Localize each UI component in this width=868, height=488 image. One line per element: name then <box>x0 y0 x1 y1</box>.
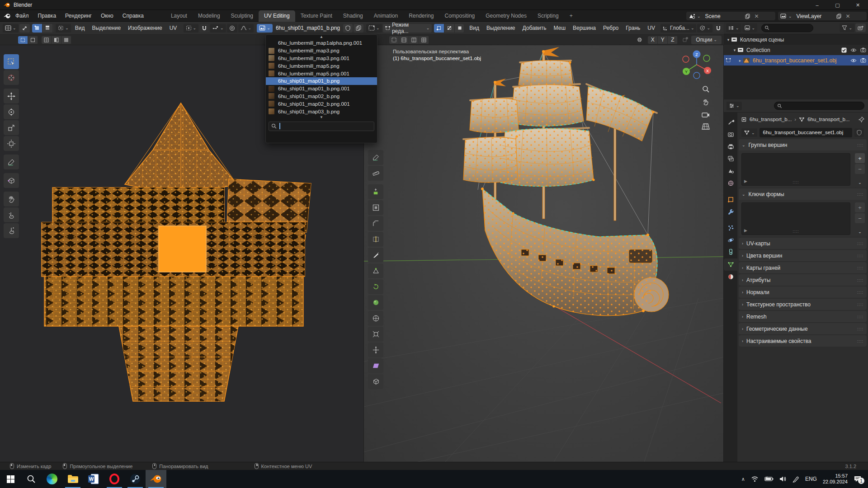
vp-menu-select[interactable]: Выделение <box>483 25 519 31</box>
outliner-search-box[interactable] <box>761 24 813 32</box>
tool-rotate[interactable] <box>4 104 19 119</box>
uv-select-face-button[interactable] <box>53 24 54 33</box>
vp-tool-knife[interactable] <box>368 248 383 263</box>
tab-constraints-icon[interactable] <box>724 246 737 258</box>
vp-menu-mesh[interactable]: Меш <box>550 25 569 31</box>
uv-sync-toggle-icon[interactable] <box>19 24 30 33</box>
vp-tool-smooth[interactable] <box>368 295 383 310</box>
shape-key-add-button[interactable]: + <box>855 202 865 212</box>
viewport-camera-icon[interactable] <box>702 111 710 118</box>
battery-icon[interactable] <box>764 476 774 482</box>
tab-uv-editing[interactable]: UV Editing <box>259 10 295 22</box>
pivot-point-dropdown[interactable]: ⌄ <box>697 24 712 33</box>
mesh-datablock-name[interactable]: 6hu_transport_buccaneer_set1.obj <box>760 128 852 137</box>
menu-help[interactable]: Справка <box>118 10 148 22</box>
uv-editor-type-icon[interactable]: ⌄ <box>3 24 19 33</box>
vp-menu-face[interactable]: Грань <box>622 25 644 31</box>
vp-tool-rip-region[interactable] <box>368 374 383 389</box>
taskbar-clock[interactable]: 15:57 22.09.2024 <box>823 473 848 485</box>
scene-type-icon[interactable]: ⌄ <box>686 12 703 20</box>
snap-verts-icon[interactable] <box>680 36 690 44</box>
mirror-y-button[interactable]: Y <box>658 36 668 44</box>
image-list-item[interactable]: 6hu_ship01_map03_b.png <box>266 108 377 115</box>
uv-tool-toggle-1[interactable] <box>18 36 28 44</box>
tab-particles-icon[interactable] <box>724 222 737 234</box>
browse-image-button[interactable]: ⌄ <box>257 24 273 33</box>
image-list-item[interactable]: 6hu_lumbermill_map1alpha.png.001 <box>266 39 377 47</box>
mirror-icon[interactable] <box>634 36 646 44</box>
uv-overlay-toggle-2[interactable] <box>52 36 61 44</box>
shape-key-specials-button[interactable]: ⌄ <box>855 227 865 237</box>
tab-rendering[interactable]: Rendering <box>403 10 439 22</box>
taskbar-edge-icon[interactable] <box>42 470 62 488</box>
tool-move[interactable] <box>4 89 19 103</box>
uv-selected-island[interactable] <box>159 226 206 272</box>
menu-window[interactable]: Окно <box>96 10 118 22</box>
uv-tool-toggle-2[interactable] <box>28 36 38 44</box>
vp-tool-extrude[interactable] <box>368 184 383 199</box>
tray-expand-icon[interactable]: ∧ <box>741 476 745 482</box>
vp-toggle-1[interactable] <box>389 36 399 44</box>
vp-tool-annotate[interactable] <box>368 150 383 165</box>
tool-pan-hand[interactable] <box>4 192 19 206</box>
proportional-editing-icon[interactable] <box>227 24 237 33</box>
image-list-item[interactable]: 6hu_ship01_map01_b.png.001 <box>266 85 377 93</box>
collection-hide-eye-icon[interactable] <box>850 48 857 52</box>
vp-toggle-3[interactable] <box>409 36 419 44</box>
uv-menu-image[interactable]: Изображение <box>124 25 166 31</box>
options-dropdown[interactable]: Опции⌄ <box>691 36 722 44</box>
tab-scripting[interactable]: Scripting <box>532 10 564 22</box>
object-render-camera-icon[interactable] <box>860 58 866 63</box>
vp-menu-uv[interactable]: UV <box>644 25 659 31</box>
blender-menu-icon[interactable] <box>4 13 11 19</box>
outliner-object-row-selected[interactable]: ▸ 6hu_transport_buccaneer_set1.obj <box>724 55 868 66</box>
viewport-editor-type-icon[interactable]: ⌄ <box>366 24 382 33</box>
image-new-copy-icon[interactable] <box>354 24 363 33</box>
uv-pivot-icon[interactable]: ⌄ <box>184 24 199 33</box>
transform-orientation-dropdown[interactable]: Глоба...⌄ <box>660 24 696 33</box>
outliner-scene-collection-row[interactable]: ▾ Коллекция сцены <box>724 34 868 45</box>
tab-tool-icon[interactable] <box>724 116 737 128</box>
notification-center-icon[interactable]: 1 <box>854 475 862 483</box>
breadcrumb-data-name[interactable]: 6hu_transport_b... <box>807 117 849 122</box>
taskbar-search-button[interactable] <box>21 470 42 488</box>
vp-tool-shear[interactable] <box>368 358 383 373</box>
vertex-group-add-button[interactable]: + <box>855 153 865 163</box>
wifi-icon[interactable] <box>751 476 759 482</box>
tab-animation[interactable]: Animation <box>368 10 403 22</box>
proportional-falloff-icon[interactable]: ⌄ <box>238 24 254 33</box>
viewport-perspective-icon[interactable] <box>702 123 710 130</box>
tab-viewlayer-icon[interactable] <box>724 153 737 165</box>
tab-layout[interactable]: Layout <box>165 10 193 22</box>
tab-object-icon[interactable] <box>724 193 737 206</box>
outliner-display-mode-icon[interactable]: ⌄ <box>726 23 741 32</box>
vp-tool-bevel[interactable] <box>368 216 383 231</box>
dropdown-search-input[interactable] <box>279 123 365 129</box>
tool-cursor[interactable] <box>4 70 19 85</box>
tool-annotate[interactable] <box>4 155 19 169</box>
vp-tool-inset[interactable] <box>368 200 383 215</box>
uv-menu-view[interactable]: Вид <box>71 25 89 31</box>
shape-keys-list[interactable]: ▶ :::: <box>741 202 850 235</box>
viewport-canvas[interactable]: Пользовательская перспектива (1) 6hu_tra… <box>364 45 723 462</box>
object-hide-eye-icon[interactable] <box>850 58 857 63</box>
taskbar-explorer-icon[interactable] <box>62 470 83 488</box>
taskbar-blender-icon[interactable] <box>146 470 166 488</box>
scene-unlink-icon[interactable]: ✕ <box>752 12 761 20</box>
tab-output-icon[interactable] <box>724 141 737 153</box>
minimize-button[interactable]: – <box>807 0 827 10</box>
properties-search-box[interactable] <box>774 102 864 110</box>
vp-tool-loop-cut[interactable] <box>368 232 383 247</box>
mode-dropdown[interactable]: Режим реда...⌄ <box>383 24 432 33</box>
tab-physics-icon[interactable] <box>724 234 737 246</box>
vp-menu-add[interactable]: Добавить <box>519 25 550 31</box>
tool-rip-region[interactable] <box>4 173 19 188</box>
image-list-item[interactable]: 6hu_lumbermill_map5.png <box>266 62 377 70</box>
vp-tool-rip[interactable] <box>368 343 383 357</box>
uv-menu-select[interactable]: Выделение <box>88 25 124 31</box>
language-indicator[interactable]: ENG <box>805 476 817 482</box>
tab-material-icon[interactable] <box>724 271 737 283</box>
speaker-icon[interactable] <box>779 476 787 482</box>
tab-render-icon[interactable] <box>724 128 737 141</box>
dropdown-search-box[interactable] <box>269 122 374 131</box>
